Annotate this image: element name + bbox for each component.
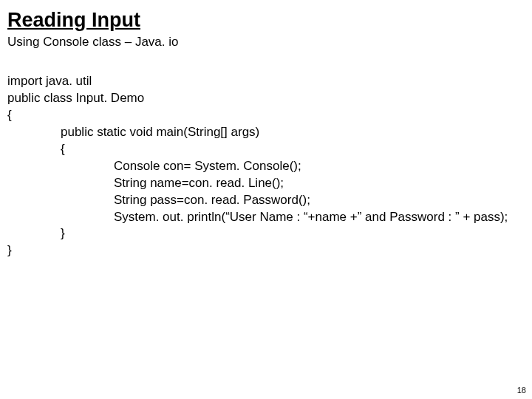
code-line: { [61,141,522,158]
slide: Reading Input Using Console class – Java… [0,0,532,399]
code-line: { [7,107,522,124]
code-line: public static void main(String[] args) [61,124,522,141]
code-line: String pass=con. read. Password(); [114,192,522,209]
slide-title: Reading Input [7,9,522,32]
code-line: System. out. println(“User Name : “+name… [114,209,522,226]
code-line: import java. util [7,73,522,90]
page-number: 18 [517,386,526,395]
code-line: Console con= System. Console(); [114,158,522,175]
code-line: } [7,242,522,259]
code-block: import java. util public class Input. De… [7,73,522,259]
code-line: String name=con. read. Line(); [114,175,522,192]
slide-subtitle: Using Console class – Java. io [7,35,522,50]
code-line: } [61,225,522,242]
code-line: public class Input. Demo [7,90,522,107]
